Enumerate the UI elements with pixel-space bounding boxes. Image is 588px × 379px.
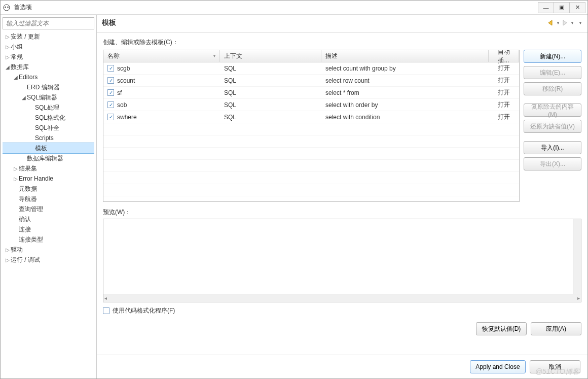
vertical-scrollbar[interactable] bbox=[573, 219, 581, 294]
tree-item[interactable]: ▷常规 bbox=[3, 52, 94, 62]
expand-icon[interactable]: ◢ bbox=[21, 95, 27, 100]
cell-description: select * from bbox=[321, 88, 489, 97]
tree-item[interactable]: 导航器 bbox=[3, 194, 94, 204]
tree-item[interactable]: ▷结果集 bbox=[3, 163, 94, 174]
col-name[interactable]: 名称▾ bbox=[103, 50, 220, 62]
table-row[interactable]: ✓sobSQLselect with order by打开 bbox=[103, 99, 519, 111]
tree-item[interactable]: ◢SQL编辑器 bbox=[3, 92, 94, 102]
expand-icon[interactable]: ◢ bbox=[5, 64, 11, 70]
apply-and-close-button[interactable]: Apply and Close bbox=[470, 360, 526, 373]
back-icon[interactable] bbox=[547, 19, 555, 27]
new-button[interactable]: 新建(N)... bbox=[524, 50, 581, 63]
expand-icon[interactable]: ▷ bbox=[5, 44, 11, 50]
tree-item[interactable]: ERD 编辑器 bbox=[3, 82, 94, 92]
col-auto[interactable]: 自动插... bbox=[489, 50, 519, 62]
minimize-button[interactable]: — bbox=[538, 2, 554, 13]
templates-table[interactable]: 名称▾ 上下文 描述 自动插... ✓scgbSQLselect count w… bbox=[103, 50, 520, 202]
edit-button[interactable]: 编辑(E)... bbox=[524, 66, 581, 79]
tree-item[interactable]: ◢Editors bbox=[3, 72, 94, 82]
sort-indicator-icon: ▾ bbox=[213, 54, 215, 58]
forward-dropdown-icon[interactable]: ▾ bbox=[570, 21, 574, 25]
preview-area[interactable]: ◂▸ bbox=[103, 219, 581, 302]
restore-defaults-button[interactable]: 恢复默认值(D) bbox=[476, 322, 527, 335]
expand-icon[interactable]: ◢ bbox=[13, 75, 19, 80]
empty-row bbox=[103, 172, 519, 184]
instruction-label: 创建、编辑或除去模板(C)： bbox=[103, 38, 581, 47]
export-button[interactable]: 导出(X)... bbox=[524, 157, 581, 170]
cell-context: SQL bbox=[220, 88, 321, 97]
cell-description: select count with group by bbox=[321, 64, 489, 73]
expand-icon[interactable]: ▷ bbox=[13, 166, 19, 171]
filter-input[interactable] bbox=[3, 17, 94, 29]
table-row[interactable]: ✓swhereSQLselect with condition打开 bbox=[103, 111, 519, 123]
expand-icon[interactable]: ▷ bbox=[5, 247, 11, 253]
tree-item[interactable]: SQL处理 bbox=[3, 102, 94, 113]
close-button[interactable]: ✕ bbox=[569, 2, 585, 13]
back-dropdown-icon[interactable]: ▾ bbox=[556, 21, 560, 25]
use-formatter-checkbox[interactable] bbox=[103, 307, 109, 314]
tree-item-label: 运行 / 调试 bbox=[11, 256, 40, 264]
tree-item[interactable]: ▷小组 bbox=[3, 42, 94, 52]
cell-name: sf bbox=[117, 89, 122, 96]
tree-item[interactable]: 查询管理 bbox=[3, 204, 94, 214]
cell-auto: 打开 bbox=[489, 63, 519, 74]
cell-description: select row count bbox=[321, 76, 489, 85]
cell-auto: 打开 bbox=[489, 87, 519, 98]
tree-item[interactable]: 模板 bbox=[3, 143, 94, 153]
empty-row bbox=[103, 196, 519, 202]
cell-context: SQL bbox=[220, 64, 321, 73]
svg-point-0 bbox=[4, 5, 10, 11]
preferences-tree[interactable]: ▷安装 / 更新▷小组▷常规◢数据库◢EditorsERD 编辑器◢SQL编辑器… bbox=[3, 31, 94, 376]
tree-item-label: Editors bbox=[19, 74, 38, 81]
tree-item[interactable]: ▷Error Handle bbox=[3, 174, 94, 184]
expand-icon[interactable]: ▷ bbox=[13, 176, 19, 182]
tree-item[interactable]: ▷驱动 bbox=[3, 245, 94, 255]
apply-button[interactable]: 应用(A) bbox=[531, 322, 581, 335]
col-context[interactable]: 上下文 bbox=[220, 50, 321, 62]
tree-item-label: 驱动 bbox=[11, 246, 23, 254]
import-button[interactable]: 导入(I)... bbox=[524, 141, 581, 154]
tree-item[interactable]: 数据库编辑器 bbox=[3, 153, 94, 163]
tree-item[interactable]: Scripts bbox=[3, 133, 94, 143]
cancel-button[interactable]: 取消 bbox=[530, 360, 580, 373]
revert-button[interactable]: 还原为缺省值(V) bbox=[524, 120, 581, 133]
tree-item[interactable]: ▷安装 / 更新 bbox=[3, 31, 94, 42]
tree-item[interactable]: 元数据 bbox=[3, 184, 94, 194]
tree-item[interactable]: 连接 bbox=[3, 224, 94, 234]
horizontal-scrollbar[interactable]: ◂▸ bbox=[103, 294, 581, 302]
sidebar: ▷安装 / 更新▷小组▷常规◢数据库◢EditorsERD 编辑器◢SQL编辑器… bbox=[1, 15, 97, 378]
cell-auto: 打开 bbox=[489, 99, 519, 110]
row-checkbox[interactable]: ✓ bbox=[107, 101, 114, 108]
expand-icon[interactable]: ▷ bbox=[5, 54, 11, 60]
table-row[interactable]: ✓scountSQLselect row count打开 bbox=[103, 75, 519, 87]
cell-name: scgb bbox=[117, 65, 130, 72]
tree-item[interactable]: ▷运行 / 调试 bbox=[3, 255, 94, 265]
tree-item[interactable]: 连接类型 bbox=[3, 234, 94, 245]
forward-icon[interactable] bbox=[561, 19, 569, 27]
cell-auto: 打开 bbox=[489, 112, 519, 122]
maximize-button[interactable]: ▣ bbox=[554, 2, 570, 13]
table-row[interactable]: ✓sfSQLselect * from打开 bbox=[103, 87, 519, 99]
empty-row bbox=[103, 123, 519, 135]
table-row[interactable]: ✓scgbSQLselect count with group by打开 bbox=[103, 62, 519, 75]
menu-dropdown-icon[interactable]: ▾ bbox=[578, 21, 582, 25]
row-checkbox[interactable]: ✓ bbox=[107, 77, 114, 84]
tree-item-label: 连接类型 bbox=[19, 235, 43, 244]
tree-item[interactable]: ◢数据库 bbox=[3, 62, 94, 72]
remove-button[interactable]: 移除(R) bbox=[524, 82, 581, 95]
tree-item-label: 小组 bbox=[11, 43, 23, 51]
cell-context: SQL bbox=[220, 100, 321, 110]
restore-removed-button[interactable]: 复原除去的内容(M) bbox=[524, 104, 581, 117]
tree-item-label: 结果集 bbox=[19, 164, 37, 173]
button-column: 新建(N)... 编辑(E)... 移除(R) 复原除去的内容(M) 还原为缺省… bbox=[524, 50, 581, 202]
col-description[interactable]: 描述 bbox=[321, 50, 489, 62]
tree-item[interactable]: SQL格式化 bbox=[3, 113, 94, 123]
empty-row bbox=[103, 148, 519, 160]
tree-item[interactable]: 确认 bbox=[3, 214, 94, 224]
row-checkbox[interactable]: ✓ bbox=[107, 89, 114, 96]
row-checkbox[interactable]: ✓ bbox=[107, 65, 114, 72]
expand-icon[interactable]: ▷ bbox=[5, 257, 11, 263]
tree-item[interactable]: SQL补全 bbox=[3, 123, 94, 133]
expand-icon[interactable]: ▷ bbox=[5, 34, 11, 40]
row-checkbox[interactable]: ✓ bbox=[107, 114, 114, 120]
